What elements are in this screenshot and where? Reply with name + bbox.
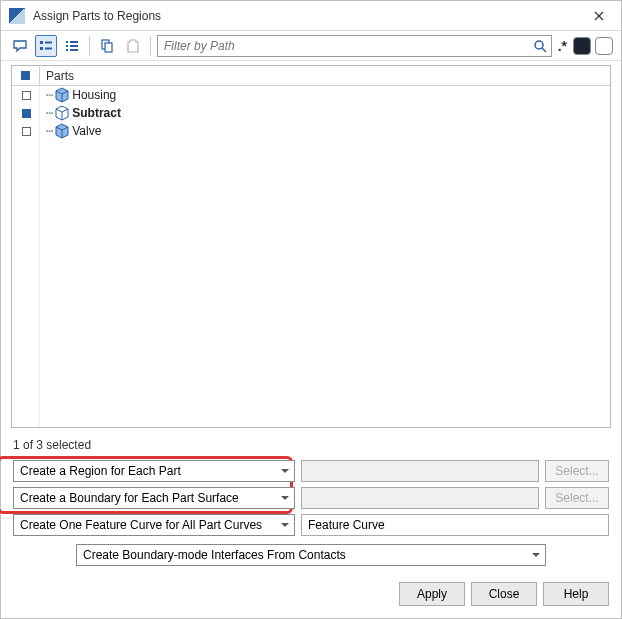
tree-row[interactable]: ⋯ Valve bbox=[40, 122, 610, 140]
tree-header-checkbox-col[interactable] bbox=[12, 66, 40, 85]
option-row-featurecurve bbox=[13, 514, 609, 536]
svg-rect-11 bbox=[105, 43, 112, 52]
boundary-name-input[interactable] bbox=[301, 487, 539, 509]
list-flat-icon bbox=[64, 38, 80, 54]
selection-status: 1 of 3 selected bbox=[1, 434, 621, 460]
tree-header-checkbox[interactable] bbox=[21, 71, 30, 80]
part-box-icon bbox=[54, 87, 70, 103]
svg-rect-4 bbox=[66, 41, 68, 43]
close-button[interactable] bbox=[583, 4, 615, 28]
color-swatch-dark[interactable] bbox=[573, 37, 591, 55]
app-icon bbox=[9, 8, 25, 24]
tree-item-label: Valve bbox=[72, 124, 101, 138]
tree-header-label: Parts bbox=[40, 66, 610, 85]
tree-row[interactable]: ⋯ Housing bbox=[40, 86, 610, 104]
option-row-interfaces bbox=[1, 540, 621, 576]
color-swatch-light[interactable] bbox=[595, 37, 613, 55]
featurecurve-mode-select[interactable] bbox=[13, 514, 295, 536]
close-icon bbox=[594, 11, 604, 21]
row-checkbox[interactable] bbox=[22, 91, 31, 100]
paste-icon-button[interactable] bbox=[122, 35, 144, 57]
tree-branch-icon: ⋯ bbox=[46, 88, 52, 102]
window-title: Assign Parts to Regions bbox=[33, 9, 583, 23]
search-icon-button[interactable] bbox=[532, 38, 548, 54]
close-dialog-button[interactable]: Close bbox=[471, 582, 537, 606]
tree-rows: ⋯ Housing ⋯ Subtract ⋯ bbox=[40, 86, 610, 427]
region-mode-select[interactable] bbox=[13, 460, 295, 482]
svg-rect-0 bbox=[40, 41, 43, 44]
option-row-region: Select... bbox=[13, 460, 609, 482]
comment-icon-button[interactable] bbox=[9, 35, 31, 57]
part-box-icon bbox=[54, 123, 70, 139]
svg-rect-8 bbox=[66, 49, 68, 51]
svg-rect-6 bbox=[66, 45, 68, 47]
tree-row[interactable]: ⋯ Subtract bbox=[40, 104, 610, 122]
dialog-window: Assign Parts to Regions .* bbox=[0, 0, 622, 619]
filter-input[interactable] bbox=[157, 35, 552, 57]
svg-rect-9 bbox=[70, 49, 78, 51]
apply-button[interactable]: Apply bbox=[399, 582, 465, 606]
tree-item-label: Subtract bbox=[72, 106, 121, 120]
region-select-button[interactable]: Select... bbox=[545, 460, 609, 482]
dialog-footer: Apply Close Help bbox=[1, 576, 621, 618]
interfaces-mode-select[interactable] bbox=[76, 544, 546, 566]
tree-branch-icon: ⋯ bbox=[46, 106, 52, 120]
row-checkbox[interactable] bbox=[22, 127, 31, 136]
svg-rect-7 bbox=[70, 45, 78, 47]
help-button[interactable]: Help bbox=[543, 582, 609, 606]
option-row-boundary: Select... bbox=[13, 487, 609, 509]
tree-body: ⋯ Housing ⋯ Subtract ⋯ bbox=[12, 86, 610, 427]
region-name-input[interactable] bbox=[301, 460, 539, 482]
parts-tree: Parts ⋯ Housing bbox=[11, 65, 611, 428]
row-checkbox[interactable] bbox=[22, 109, 31, 118]
options-panel: Select... Select... bbox=[1, 460, 621, 540]
list-flat-icon-button[interactable] bbox=[61, 35, 83, 57]
tree-header: Parts bbox=[12, 66, 610, 86]
filter-wrap bbox=[157, 35, 552, 57]
comment-icon bbox=[12, 38, 28, 54]
toolbar: .* bbox=[1, 31, 621, 61]
regex-toggle[interactable]: .* bbox=[556, 35, 569, 57]
toolbar-separator bbox=[150, 36, 151, 56]
boundary-select-button[interactable]: Select... bbox=[545, 487, 609, 509]
list-tree-icon bbox=[38, 38, 54, 54]
paste-icon bbox=[125, 38, 141, 54]
tree-item-label: Housing bbox=[72, 88, 116, 102]
svg-rect-5 bbox=[70, 41, 78, 43]
svg-rect-3 bbox=[45, 47, 52, 49]
part-box-wire-icon bbox=[54, 105, 70, 121]
toolbar-separator bbox=[89, 36, 90, 56]
list-tree-icon-button[interactable] bbox=[35, 35, 57, 57]
copy-icon-button[interactable] bbox=[96, 35, 118, 57]
tree-checkbox-col bbox=[12, 86, 40, 427]
tree-branch-icon: ⋯ bbox=[46, 124, 52, 138]
boundary-mode-select[interactable] bbox=[13, 487, 295, 509]
svg-rect-1 bbox=[45, 41, 52, 43]
copy-icon bbox=[99, 38, 115, 54]
svg-point-12 bbox=[535, 41, 543, 49]
featurecurve-name-input[interactable] bbox=[301, 514, 609, 536]
svg-rect-2 bbox=[40, 47, 43, 50]
titlebar: Assign Parts to Regions bbox=[1, 1, 621, 31]
search-icon bbox=[532, 38, 548, 54]
svg-line-13 bbox=[542, 48, 546, 52]
